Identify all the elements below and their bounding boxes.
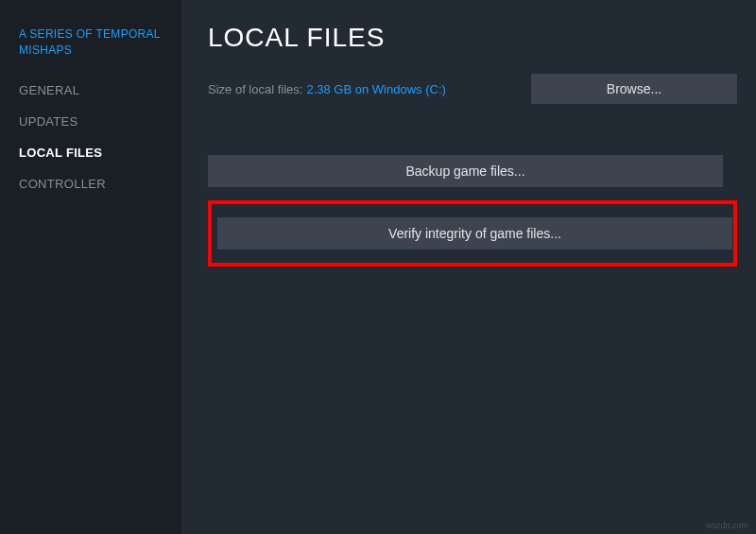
page-title: LOCAL FILES xyxy=(208,23,737,53)
sidebar-item-updates[interactable]: UPDATES xyxy=(19,114,163,129)
game-title: A SERIES OF TEMPORAL MISHAPS xyxy=(19,26,163,59)
verify-integrity-button[interactable]: Verify integrity of game files... xyxy=(217,217,732,250)
size-value: 2.38 GB on Windows (C:) xyxy=(306,82,445,96)
size-row: Size of local files: 2.38 GB on Windows … xyxy=(208,74,737,104)
highlight-box: Verify integrity of game files... xyxy=(208,200,737,267)
sidebar-item-controller[interactable]: CONTROLLER xyxy=(19,177,163,191)
sidebar-item-local-files[interactable]: LOCAL FILES xyxy=(19,146,163,160)
sidebar-item-general[interactable]: GENERAL xyxy=(19,83,163,97)
browse-button[interactable]: Browse... xyxy=(531,74,737,104)
sidebar: A SERIES OF TEMPORAL MISHAPS GENERAL UPD… xyxy=(0,0,181,534)
size-label: Size of local files: xyxy=(208,82,302,96)
backup-game-files-button[interactable]: Backup game files... xyxy=(208,155,723,187)
watermark: wszdn.com xyxy=(706,521,748,530)
main-panel: LOCAL FILES Size of local files: 2.38 GB… xyxy=(181,0,756,534)
